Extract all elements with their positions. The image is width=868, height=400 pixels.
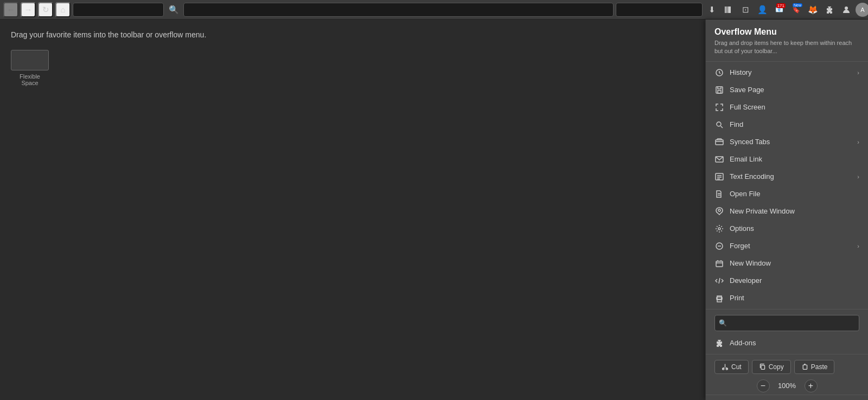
private-window-icon [714, 207, 724, 216]
menu-search-wrap: 🔍 [706, 312, 868, 334]
toolbar-right-icons: ⬇ ⊡ 👤 📧 171 🔖 New 🦊 A ☰ [616, 2, 865, 17]
menu-item-email-link-label: Email Link [730, 155, 859, 163]
addons-icon [714, 338, 724, 348]
menu-item-history-label: History [730, 68, 852, 76]
svg-point-19 [718, 228, 720, 230]
svg-rect-0 [725, 7, 726, 13]
flexible-space-label: Flexible Space [11, 73, 49, 86]
menu-item-full-screen-label: Full Screen [730, 103, 859, 111]
menu-item-forget[interactable]: Forget › [706, 237, 868, 255]
zoom-level: 100% [776, 382, 798, 390]
copy-label: Copy [769, 363, 784, 371]
account-icon[interactable]: 👤 [755, 2, 770, 17]
text-encoding-arrow-icon: › [857, 173, 859, 180]
menu-item-full-screen[interactable]: Full Screen [706, 99, 868, 116]
url-bar-right[interactable] [616, 3, 703, 17]
menu-item-bookmarks[interactable]: Bookmarks Menu › [706, 395, 868, 400]
svg-line-8 [721, 126, 723, 128]
home-button[interactable]: ⌂ [55, 2, 71, 17]
menu-item-save-page-label: Save Page [730, 86, 859, 94]
svg-rect-22 [716, 261, 723, 267]
zoom-row: − 100% + [706, 377, 868, 395]
svg-rect-9 [716, 140, 723, 145]
menu-item-options-label: Options [730, 224, 859, 233]
menu-item-find[interactable]: Find [706, 116, 868, 133]
overflow-subtitle: Drag and drop items here to keep them wi… [714, 39, 859, 56]
svg-rect-5 [716, 87, 723, 93]
overflow-menu-list: History › Save Page Full Screen [706, 62, 868, 400]
library-icon[interactable] [721, 2, 736, 17]
url-bar-main[interactable] [183, 3, 614, 17]
profile-icon[interactable] [839, 2, 854, 17]
paste-label: Paste [811, 363, 828, 371]
full-screen-icon [714, 102, 724, 112]
svg-rect-34 [803, 365, 807, 370]
menu-search-input[interactable] [714, 315, 859, 331]
menu-item-new-window-label: New Window [730, 259, 859, 267]
overflow-panel: Overflow Menu Drag and drop items here t… [705, 20, 868, 400]
history-icon [714, 68, 724, 78]
reload-button[interactable]: ↻ [38, 2, 53, 17]
svg-point-7 [717, 122, 721, 126]
paste-button[interactable]: Paste [794, 360, 835, 374]
menu-item-new-window[interactable]: New Window [706, 255, 868, 272]
email-link-icon [714, 154, 724, 164]
browser-toolbar: ← → ↻ ⌂ 🔍 ⬇ ⊡ 👤 📧 171 🔖 New 🦊 [0, 0, 868, 20]
menu-item-new-private-label: New Private Window [730, 207, 859, 215]
menu-item-text-encoding[interactable]: Text Encoding › [706, 168, 868, 185]
forget-arrow-icon: › [857, 243, 859, 249]
menu-item-print[interactable]: Print [706, 289, 868, 307]
svg-point-18 [718, 209, 720, 211]
svg-rect-2 [728, 7, 731, 13]
menu-item-addons[interactable]: Add-ons [706, 334, 868, 352]
new-badge-icon[interactable]: 🔖 New [788, 2, 803, 17]
fox-icon[interactable]: 🦊 [805, 2, 820, 17]
options-icon [714, 224, 724, 234]
avatar-icon[interactable]: A [856, 3, 868, 17]
url-bar-left[interactable] [73, 3, 164, 17]
menu-item-developer[interactable]: Developer [706, 272, 868, 289]
menu-item-open-file-label: Open File [730, 190, 859, 198]
history-arrow-icon: › [857, 69, 859, 76]
menu-item-open-file[interactable]: Open File [706, 185, 868, 203]
menu-item-new-private[interactable]: New Private Window [706, 203, 868, 220]
text-encoding-icon [714, 172, 724, 182]
menu-item-print-label: Print [730, 294, 859, 302]
menu-item-forget-label: Forget [730, 242, 852, 250]
separator-1 [706, 309, 868, 309]
menu-item-synced-tabs-label: Synced Tabs [730, 138, 852, 146]
synced-tabs-arrow-icon: › [857, 139, 859, 145]
find-icon [714, 120, 724, 130]
zoom-in-button[interactable]: + [805, 379, 818, 392]
svg-rect-1 [726, 7, 727, 13]
menu-item-options[interactable]: Options [706, 220, 868, 237]
menu-item-developer-label: Developer [730, 276, 859, 285]
menu-item-history[interactable]: History › [706, 64, 868, 81]
svg-rect-6 [718, 91, 721, 93]
addons-label: Add-ons [730, 339, 859, 347]
cut-label: Cut [731, 363, 742, 371]
flexible-space-box [11, 50, 49, 70]
container-icon[interactable]: ⊡ [738, 2, 753, 17]
menu-item-synced-tabs[interactable]: Synced Tabs › [706, 133, 868, 151]
extensions-icon[interactable] [822, 2, 837, 17]
zoom-out-button[interactable]: − [757, 379, 770, 392]
back-button[interactable]: ← [3, 2, 18, 17]
search-icon: 🔍 [166, 2, 181, 17]
cut-button[interactable]: Cut [714, 360, 749, 374]
copy-button[interactable]: Copy [752, 360, 791, 374]
svg-point-3 [845, 7, 848, 10]
synced-tabs-icon [714, 137, 724, 147]
save-page-icon [714, 85, 724, 95]
menu-item-save-page[interactable]: Save Page [706, 81, 868, 99]
forward-button[interactable]: → [21, 2, 36, 17]
notification-icon[interactable]: 📧 171 [771, 2, 787, 17]
svg-rect-33 [761, 365, 765, 369]
overflow-header: Overflow Menu Drag and drop items here t… [706, 20, 868, 62]
menu-item-text-encoding-label: Text Encoding [730, 172, 852, 180]
download-icon[interactable]: ⬇ [704, 2, 719, 17]
new-window-icon [714, 259, 724, 268]
separator-2 [706, 354, 868, 354]
menu-item-email-link[interactable]: Email Link [706, 151, 868, 168]
forget-icon [714, 241, 724, 251]
